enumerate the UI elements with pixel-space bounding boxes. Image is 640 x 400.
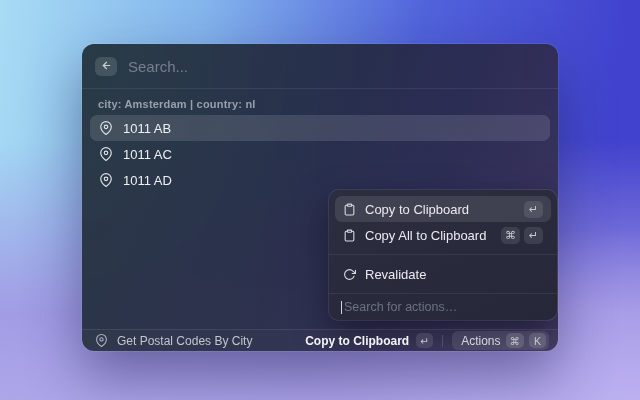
command-key-badge: ⌘ xyxy=(501,227,520,244)
search-bar xyxy=(82,44,558,89)
action-item-label: Copy to Clipboard xyxy=(365,202,469,217)
clipboard-icon xyxy=(343,229,356,242)
k-key-badge: K xyxy=(529,333,546,348)
list-item-label: 1011 AC xyxy=(123,147,172,162)
text-caret xyxy=(341,301,342,314)
section-header: city: Amsterdam | country: nl xyxy=(98,98,542,110)
shortcut-keys: ↵ xyxy=(524,201,543,218)
action-item-copy-all-to-clipboard[interactable]: Copy All to Clipboard ⌘ ↵ xyxy=(335,222,551,248)
actions-search-placeholder: Search for actions… xyxy=(344,300,457,314)
return-key-badge: ↵ xyxy=(524,227,543,244)
status-bar: Get Postal Codes By City Copy to Clipboa… xyxy=(82,329,558,351)
search-input[interactable] xyxy=(128,58,448,75)
map-pin-icon xyxy=(99,121,113,135)
arrow-left-icon xyxy=(101,57,112,75)
list-item-label: 1011 AB xyxy=(123,121,171,136)
action-panel-group: Revalidate xyxy=(329,255,557,293)
action-panel-group: Copy to Clipboard ↵ Copy All to Clipboar… xyxy=(329,190,557,254)
shortcut-keys: ⌘ ↵ xyxy=(501,227,543,244)
actions-search-input[interactable]: Search for actions… xyxy=(329,294,557,320)
action-item-copy-to-clipboard[interactable]: Copy to Clipboard ↵ xyxy=(335,196,551,222)
list-item-label: 1011 AD xyxy=(123,173,172,188)
map-pin-icon xyxy=(99,147,113,161)
desktop-background: city: Amsterdam | country: nl 1011 AB 10… xyxy=(0,0,640,400)
map-pin-icon xyxy=(99,173,113,187)
divider xyxy=(442,335,443,347)
back-button[interactable] xyxy=(95,57,117,76)
return-key-badge: ↵ xyxy=(524,201,543,218)
clipboard-icon xyxy=(343,203,356,216)
actions-button[interactable]: Actions ⌘ K xyxy=(452,331,549,350)
action-item-label: Revalidate xyxy=(365,267,426,282)
primary-action-button[interactable]: Copy to Clipboard xyxy=(305,334,409,348)
list-item[interactable]: 1011 AC xyxy=(90,141,550,167)
command-key-badge: ⌘ xyxy=(506,333,525,348)
command-title: Get Postal Codes By City xyxy=(117,334,252,348)
list-item[interactable]: 1011 AB xyxy=(90,115,550,141)
launcher-window: city: Amsterdam | country: nl 1011 AB 10… xyxy=(82,44,558,351)
results-list: 1011 AB 1011 AC 1011 AD xyxy=(82,115,558,193)
return-key-badge: ↵ xyxy=(416,333,433,348)
map-pin-icon xyxy=(95,334,108,347)
action-panel: Copy to Clipboard ↵ Copy All to Clipboar… xyxy=(329,190,557,320)
action-item-revalidate[interactable]: Revalidate xyxy=(335,261,551,287)
refresh-icon xyxy=(343,268,356,281)
actions-button-label: Actions xyxy=(461,334,500,348)
action-item-label: Copy All to Clipboard xyxy=(365,228,486,243)
